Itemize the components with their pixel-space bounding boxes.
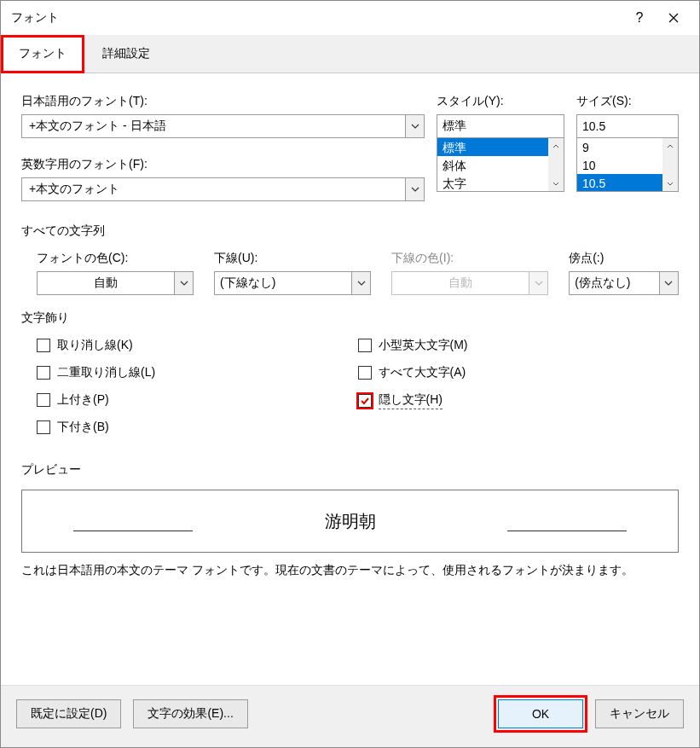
desc-text: これは日本語用の本文のテーマ フォントです。現在の文書のテーマによって、使用され… [21, 563, 679, 578]
close-button[interactable] [657, 8, 691, 28]
style-option[interactable]: 斜体 [437, 156, 548, 174]
underline-value: (下線なし) [215, 275, 351, 291]
underline-color-dropdown: 自動 [391, 271, 548, 295]
chevron-down-icon [535, 281, 543, 286]
style-listbox[interactable]: 標準 斜体 太字 [437, 137, 564, 192]
footer: 既定に設定(D) 文字の効果(E)... OK キャンセル [1, 685, 699, 747]
en-font-dropdown[interactable]: +本文のフォント [21, 177, 425, 201]
ok-button[interactable]: OK [498, 699, 583, 728]
scroll-down-button[interactable] [662, 176, 678, 191]
check-all-caps[interactable]: すべて大文字(A) [358, 365, 680, 380]
font-color-value: 自動 [38, 275, 174, 291]
size-option[interactable]: 10.5 [577, 174, 662, 192]
emphasis-dropdown[interactable]: (傍点なし) [569, 271, 679, 295]
size-input[interactable] [576, 114, 679, 138]
size-scrollbar[interactable] [662, 138, 678, 191]
en-font-value: +本文のフォント [22, 182, 405, 197]
check-small-caps[interactable]: 小型英大文字(M) [358, 338, 680, 353]
dialog-title: フォント [11, 10, 622, 26]
content-area: 日本語用のフォント(T): +本文のフォント - 日本語 英数字用のフォント(F… [1, 73, 699, 685]
checkbox-icon [37, 339, 50, 352]
emphasis-value: (傍点なし) [570, 275, 659, 291]
check-subscript[interactable]: 下付き(B) [37, 420, 358, 435]
check-hidden[interactable]: 隠し文字(H) [358, 392, 680, 409]
close-icon [668, 13, 679, 23]
check-label: 下付き(B) [57, 420, 109, 435]
label-all-text: すべての文字列 [21, 223, 679, 239]
size-option[interactable]: 10 [577, 156, 662, 174]
style-option[interactable]: 標準 [437, 138, 548, 156]
tab-bar: フォント 詳細設定 [1, 35, 699, 73]
checkbox-icon [37, 393, 50, 407]
size-listbox[interactable]: 9 10 10.5 [576, 137, 679, 192]
label-underline: 下線(U): [214, 251, 371, 266]
underline-dropdown-button[interactable] [351, 272, 370, 294]
checkbox-icon [358, 366, 372, 380]
chevron-up-icon [667, 144, 674, 148]
en-font-dropdown-button[interactable] [405, 178, 424, 200]
chevron-up-icon [552, 144, 559, 148]
label-preview: プレビュー [21, 462, 679, 478]
emphasis-dropdown-button[interactable] [659, 272, 678, 294]
chevron-down-icon [180, 281, 188, 286]
cancel-button[interactable]: キャンセル [595, 699, 684, 728]
chevron-down-icon [664, 281, 673, 286]
check-label: 上付き(P) [57, 392, 109, 408]
preview-underline [73, 531, 193, 531]
titlebar: フォント ? [1, 1, 699, 35]
checkbox-icon [358, 339, 372, 352]
check-label: 二重取り消し線(L) [57, 365, 155, 380]
checkbox-icon [37, 366, 50, 380]
chevron-down-icon [411, 187, 419, 192]
set-default-button[interactable]: 既定に設定(D) [16, 699, 121, 728]
label-underline-color: 下線の色(I): [391, 251, 548, 266]
check-superscript[interactable]: 上付き(P) [37, 392, 358, 408]
chevron-down-icon [411, 124, 419, 129]
style-scrollbar[interactable] [548, 138, 564, 191]
help-button[interactable]: ? [622, 8, 657, 28]
check-icon [360, 396, 370, 406]
tab-font[interactable]: フォント [1, 35, 84, 73]
label-en-font: 英数字用のフォント(F): [21, 157, 425, 172]
jp-font-value: +本文のフォント - 日本語 [22, 119, 405, 134]
check-label: すべて大文字(A) [379, 365, 466, 380]
check-label: 隠し文字(H) [379, 392, 443, 409]
text-effects-button[interactable]: 文字の効果(E)... [133, 699, 247, 728]
checkbox-icon [37, 420, 50, 434]
font-color-dropdown-button[interactable] [174, 272, 193, 294]
preview-box: 游明朝 [21, 490, 679, 553]
font-dialog: フォント ? フォント 詳細設定 日本語用のフォント(T): +本文のフォント … [0, 0, 700, 748]
check-label: 小型英大文字(M) [379, 338, 468, 353]
label-style: スタイル(Y): [437, 94, 564, 109]
chevron-down-icon [552, 182, 559, 186]
label-emphasis: 傍点(:) [569, 251, 679, 266]
chevron-down-icon [357, 281, 366, 286]
check-strikethrough[interactable]: 取り消し線(K) [37, 338, 358, 353]
label-decoration: 文字飾り [21, 310, 679, 326]
tab-advanced[interactable]: 詳細設定 [84, 35, 168, 72]
style-option[interactable]: 太字 [437, 174, 548, 192]
check-double-strike[interactable]: 二重取り消し線(L) [37, 365, 358, 380]
style-input[interactable] [437, 114, 564, 138]
jp-font-dropdown[interactable]: +本文のフォント - 日本語 [21, 114, 425, 138]
scroll-up-button[interactable] [662, 138, 678, 154]
preview-underline [507, 531, 627, 531]
chevron-down-icon [667, 182, 674, 186]
checkbox-icon [358, 394, 372, 408]
underline-color-value: 自動 [392, 275, 529, 291]
preview-text: 游明朝 [325, 510, 376, 533]
check-label: 取り消し線(K) [57, 338, 133, 353]
underline-color-dropdown-button [529, 272, 547, 294]
jp-font-dropdown-button[interactable] [405, 115, 424, 137]
scroll-up-button[interactable] [548, 138, 564, 154]
font-color-dropdown[interactable]: 自動 [37, 271, 194, 295]
label-jp-font: 日本語用のフォント(T): [21, 94, 425, 109]
label-font-color: フォントの色(C): [37, 251, 194, 266]
underline-dropdown[interactable]: (下線なし) [214, 271, 371, 295]
scroll-down-button[interactable] [548, 176, 564, 191]
size-option[interactable]: 9 [577, 138, 662, 156]
label-size: サイズ(S): [576, 94, 679, 109]
